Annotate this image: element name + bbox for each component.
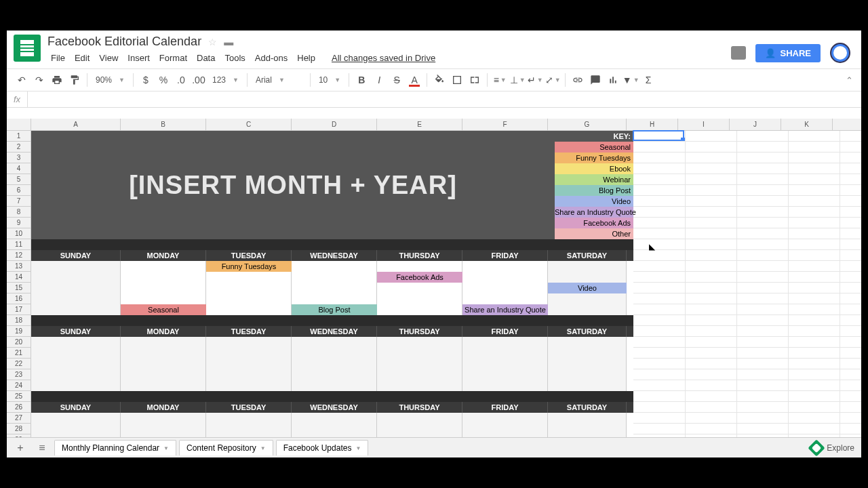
- document-title[interactable]: Facebook Editorial Calendar: [47, 35, 201, 49]
- comments-icon[interactable]: [731, 46, 746, 60]
- row-header[interactable]: 19: [7, 326, 31, 337]
- tab-facebook-updates[interactable]: Facebook Updates▼: [276, 440, 369, 455]
- zoom-dropdown[interactable]: 90%▼: [92, 75, 129, 85]
- day-cell[interactable]: [462, 337, 548, 391]
- formula-input[interactable]: [28, 92, 861, 107]
- row-header[interactable]: 27: [7, 413, 31, 424]
- row-header[interactable]: 16: [7, 293, 31, 304]
- currency-icon[interactable]: $: [138, 72, 154, 88]
- text-rotation-icon[interactable]: ⤢▼: [545, 72, 561, 88]
- fill-color-icon[interactable]: [431, 72, 448, 88]
- tab-monthly-planning[interactable]: Monthly Planning Calendar▼: [54, 440, 176, 455]
- row-header[interactable]: 5: [7, 174, 31, 185]
- day-cell[interactable]: [548, 337, 627, 391]
- column-header[interactable]: D: [292, 119, 377, 130]
- day-cell[interactable]: [548, 413, 627, 437]
- day-cell[interactable]: [377, 261, 462, 315]
- folder-icon[interactable]: ▬: [224, 37, 233, 47]
- redo-icon[interactable]: ↷: [31, 72, 47, 88]
- text-wrap-icon[interactable]: ↵▼: [527, 72, 543, 88]
- row-header[interactable]: 9: [7, 218, 31, 228]
- undo-icon[interactable]: ↶: [14, 72, 30, 88]
- number-format-dropdown[interactable]: 123▼: [208, 75, 243, 85]
- row-header[interactable]: 13: [7, 261, 31, 272]
- menu-data[interactable]: Data: [193, 52, 218, 64]
- menu-tools[interactable]: Tools: [221, 52, 248, 64]
- borders-icon[interactable]: [449, 72, 465, 88]
- row-header[interactable]: 17: [7, 304, 31, 315]
- horizontal-align-icon[interactable]: ≡▼: [492, 72, 508, 88]
- paint-format-icon[interactable]: [66, 72, 83, 88]
- row-header[interactable]: 26: [7, 402, 31, 413]
- insert-link-icon[interactable]: [570, 72, 586, 88]
- column-header[interactable]: J: [730, 119, 781, 130]
- explore-button[interactable]: Explore: [810, 442, 854, 454]
- merge-cells-icon[interactable]: [467, 72, 483, 88]
- row-header[interactable]: 2: [7, 142, 31, 152]
- share-button[interactable]: 👤 SHARE: [755, 44, 821, 62]
- row-header[interactable]: 12: [7, 250, 31, 261]
- star-icon[interactable]: ☆: [208, 37, 217, 47]
- add-sheet-button[interactable]: +: [11, 441, 30, 455]
- row-header[interactable]: 7: [7, 196, 31, 207]
- column-header[interactable]: K: [781, 119, 833, 130]
- row-header[interactable]: 25: [7, 391, 31, 402]
- menu-help[interactable]: Help: [294, 52, 319, 64]
- menu-view[interactable]: View: [96, 52, 121, 64]
- collapse-toolbar-icon[interactable]: ⌃: [846, 75, 853, 85]
- italic-icon[interactable]: I: [371, 72, 387, 88]
- column-header[interactable]: F: [462, 119, 548, 130]
- row-header[interactable]: 14: [7, 272, 31, 283]
- day-cell[interactable]: [292, 413, 377, 437]
- menu-format[interactable]: Format: [156, 52, 191, 64]
- menu-insert[interactable]: Insert: [124, 52, 153, 64]
- tab-content-repository[interactable]: Content Repository▼: [179, 440, 273, 455]
- day-cell[interactable]: [31, 337, 121, 391]
- day-cell[interactable]: [121, 413, 206, 437]
- row-header[interactable]: 4: [7, 163, 31, 174]
- day-cell[interactable]: [292, 337, 377, 391]
- day-cell[interactable]: [31, 261, 121, 315]
- menu-edit[interactable]: Edit: [71, 52, 93, 64]
- row-header[interactable]: 11: [7, 239, 31, 250]
- column-header[interactable]: E: [377, 119, 462, 130]
- font-dropdown[interactable]: Arial▼: [252, 75, 306, 85]
- row-header[interactable]: 1: [7, 131, 31, 142]
- row-header[interactable]: 23: [7, 369, 31, 380]
- day-cell[interactable]: [121, 337, 206, 391]
- calendar-entry[interactable]: Funny Tuesdays: [206, 261, 292, 272]
- sheets-logo[interactable]: [14, 35, 41, 62]
- column-header[interactable]: I: [678, 119, 730, 130]
- row-header[interactable]: 18: [7, 315, 31, 326]
- insert-chart-icon[interactable]: [605, 72, 621, 88]
- increase-decimal-icon[interactable]: .00: [191, 72, 207, 88]
- calendar-entry[interactable]: Seasonal: [121, 304, 206, 315]
- menu-file[interactable]: File: [47, 52, 68, 64]
- row-header[interactable]: 22: [7, 359, 31, 369]
- row-header[interactable]: 20: [7, 337, 31, 348]
- text-color-icon[interactable]: A: [406, 72, 422, 88]
- calendar-entry[interactable]: Blog Post: [292, 304, 377, 315]
- banner-title[interactable]: [INSERT MONTH + YEAR]: [129, 171, 457, 200]
- bold-icon[interactable]: B: [353, 72, 370, 88]
- row-header[interactable]: 10: [7, 228, 31, 239]
- font-size-dropdown[interactable]: 10▼: [315, 75, 344, 85]
- column-header[interactable]: H: [627, 119, 678, 130]
- print-icon[interactable]: [49, 72, 65, 88]
- filter-icon[interactable]: ▼▼: [623, 72, 639, 88]
- decrease-decimal-icon[interactable]: .0: [173, 72, 189, 88]
- column-header[interactable]: A: [31, 119, 121, 130]
- day-cell[interactable]: [206, 413, 292, 437]
- select-all-corner[interactable]: [7, 119, 31, 131]
- menu-addons[interactable]: Add-ons: [252, 52, 291, 64]
- row-header[interactable]: 24: [7, 380, 31, 391]
- strikethrough-icon[interactable]: S: [389, 72, 405, 88]
- row-header[interactable]: 15: [7, 283, 31, 293]
- day-cell[interactable]: [377, 413, 462, 437]
- row-header[interactable]: 6: [7, 185, 31, 196]
- all-sheets-button[interactable]: ≡: [33, 441, 52, 455]
- day-cell[interactable]: [462, 413, 548, 437]
- row-header[interactable]: 8: [7, 207, 31, 218]
- day-cell[interactable]: [31, 413, 121, 437]
- percent-icon[interactable]: %: [155, 72, 172, 88]
